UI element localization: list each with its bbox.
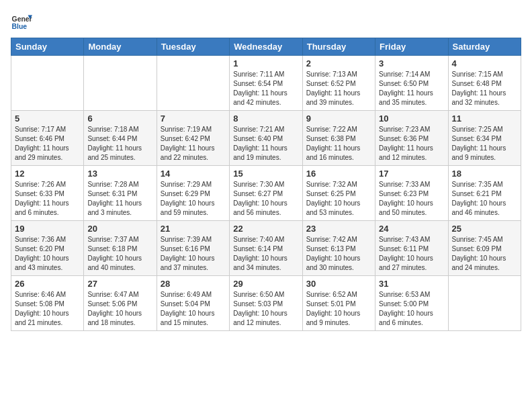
day-number: 14 <box>161 169 226 179</box>
weekday-header: Saturday <box>448 38 521 56</box>
day-number: 15 <box>233 169 298 179</box>
calendar-day-cell: 18Sunrise: 7:35 AM Sunset: 6:21 PM Dayli… <box>448 166 521 221</box>
day-info: Sunrise: 7:32 AM Sunset: 6:25 PM Dayligh… <box>306 180 371 218</box>
day-number: 22 <box>233 224 298 234</box>
day-number: 11 <box>452 113 517 124</box>
day-number: 24 <box>379 224 444 234</box>
day-number: 13 <box>87 169 152 179</box>
calendar-day-cell: 13Sunrise: 7:28 AM Sunset: 6:31 PM Dayli… <box>84 166 157 221</box>
day-number: 30 <box>306 279 371 289</box>
svg-text:Blue: Blue <box>12 23 28 30</box>
day-number: 21 <box>161 224 226 234</box>
day-number: 29 <box>233 279 298 289</box>
calendar-day-cell: 1Sunrise: 7:11 AM Sunset: 6:54 PM Daylig… <box>230 56 302 111</box>
day-number: 23 <box>306 224 371 234</box>
calendar-day-cell: 24Sunrise: 7:43 AM Sunset: 6:11 PM Dayli… <box>375 221 448 276</box>
day-number: 31 <box>379 279 444 289</box>
day-number: 2 <box>306 58 371 68</box>
day-number: 8 <box>233 113 298 124</box>
day-info: Sunrise: 7:39 AM Sunset: 6:16 PM Dayligh… <box>161 235 226 273</box>
calendar-table: SundayMondayTuesdayWednesdayThursdayFrid… <box>11 38 521 331</box>
calendar-day-cell <box>157 56 229 111</box>
day-info: Sunrise: 7:33 AM Sunset: 6:23 PM Dayligh… <box>379 180 444 218</box>
calendar-day-cell <box>448 276 521 331</box>
calendar-week-row: 26Sunrise: 6:46 AM Sunset: 5:08 PM Dayli… <box>11 276 521 331</box>
day-number: 7 <box>161 113 226 124</box>
calendar-day-cell: 11Sunrise: 7:25 AM Sunset: 6:34 PM Dayli… <box>448 111 521 166</box>
day-number: 26 <box>15 279 80 289</box>
day-info: Sunrise: 7:37 AM Sunset: 6:18 PM Dayligh… <box>87 235 152 273</box>
day-number: 28 <box>161 279 226 289</box>
day-info: Sunrise: 7:29 AM Sunset: 6:29 PM Dayligh… <box>161 180 226 218</box>
logo: General Blue <box>11 11 32 32</box>
day-info: Sunrise: 7:21 AM Sunset: 6:40 PM Dayligh… <box>233 125 298 163</box>
day-info: Sunrise: 7:11 AM Sunset: 6:54 PM Dayligh… <box>233 70 298 107</box>
calendar-week-row: 19Sunrise: 7:36 AM Sunset: 6:20 PM Dayli… <box>11 221 521 276</box>
calendar-day-cell: 8Sunrise: 7:21 AM Sunset: 6:40 PM Daylig… <box>230 111 302 166</box>
day-info: Sunrise: 7:17 AM Sunset: 6:46 PM Dayligh… <box>15 125 80 163</box>
day-number: 3 <box>379 58 444 68</box>
day-info: Sunrise: 7:26 AM Sunset: 6:33 PM Dayligh… <box>15 180 80 218</box>
logo-icon: General Blue <box>11 11 32 32</box>
day-info: Sunrise: 6:47 AM Sunset: 5:06 PM Dayligh… <box>87 290 152 328</box>
calendar-day-cell: 25Sunrise: 7:45 AM Sunset: 6:09 PM Dayli… <box>448 221 521 276</box>
day-number: 9 <box>306 113 371 124</box>
day-info: Sunrise: 6:46 AM Sunset: 5:08 PM Dayligh… <box>15 290 80 328</box>
calendar-day-cell: 4Sunrise: 7:15 AM Sunset: 6:48 PM Daylig… <box>448 56 521 111</box>
day-info: Sunrise: 6:50 AM Sunset: 5:03 PM Dayligh… <box>233 290 298 328</box>
calendar-day-cell: 17Sunrise: 7:33 AM Sunset: 6:23 PM Dayli… <box>375 166 448 221</box>
calendar-day-cell: 30Sunrise: 6:52 AM Sunset: 5:01 PM Dayli… <box>302 276 375 331</box>
calendar-day-cell: 5Sunrise: 7:17 AM Sunset: 6:46 PM Daylig… <box>11 111 84 166</box>
calendar-day-cell: 26Sunrise: 6:46 AM Sunset: 5:08 PM Dayli… <box>11 276 84 331</box>
page-header: General Blue <box>11 11 521 32</box>
day-number: 20 <box>87 224 152 234</box>
calendar-day-cell: 15Sunrise: 7:30 AM Sunset: 6:27 PM Dayli… <box>230 166 302 221</box>
day-number: 6 <box>87 113 152 124</box>
calendar-week-row: 5Sunrise: 7:17 AM Sunset: 6:46 PM Daylig… <box>11 111 521 166</box>
calendar-day-cell: 19Sunrise: 7:36 AM Sunset: 6:20 PM Dayli… <box>11 221 84 276</box>
day-info: Sunrise: 7:19 AM Sunset: 6:42 PM Dayligh… <box>161 125 226 163</box>
day-info: Sunrise: 6:49 AM Sunset: 5:04 PM Dayligh… <box>161 290 226 328</box>
day-number: 4 <box>452 58 517 68</box>
day-info: Sunrise: 7:15 AM Sunset: 6:48 PM Dayligh… <box>452 70 517 107</box>
calendar-day-cell: 22Sunrise: 7:40 AM Sunset: 6:14 PM Dayli… <box>230 221 302 276</box>
day-number: 27 <box>87 279 152 289</box>
weekday-header: Thursday <box>302 38 375 56</box>
day-number: 1 <box>233 58 298 68</box>
calendar-day-cell: 3Sunrise: 7:14 AM Sunset: 6:50 PM Daylig… <box>375 56 448 111</box>
day-number: 25 <box>452 224 517 234</box>
calendar-week-row: 12Sunrise: 7:26 AM Sunset: 6:33 PM Dayli… <box>11 166 521 221</box>
calendar-day-cell: 14Sunrise: 7:29 AM Sunset: 6:29 PM Dayli… <box>157 166 229 221</box>
day-info: Sunrise: 7:22 AM Sunset: 6:38 PM Dayligh… <box>306 125 371 163</box>
day-info: Sunrise: 6:53 AM Sunset: 5:00 PM Dayligh… <box>379 290 444 328</box>
day-info: Sunrise: 7:45 AM Sunset: 6:09 PM Dayligh… <box>452 235 517 273</box>
day-info: Sunrise: 7:14 AM Sunset: 6:50 PM Dayligh… <box>379 70 444 107</box>
calendar-week-row: 1Sunrise: 7:11 AM Sunset: 6:54 PM Daylig… <box>11 56 521 111</box>
calendar-day-cell: 10Sunrise: 7:23 AM Sunset: 6:36 PM Dayli… <box>375 111 448 166</box>
calendar-day-cell <box>11 56 84 111</box>
weekday-header: Wednesday <box>230 38 302 56</box>
day-number: 18 <box>452 169 517 179</box>
day-info: Sunrise: 7:40 AM Sunset: 6:14 PM Dayligh… <box>233 235 298 273</box>
calendar-day-cell: 27Sunrise: 6:47 AM Sunset: 5:06 PM Dayli… <box>84 276 157 331</box>
day-info: Sunrise: 6:52 AM Sunset: 5:01 PM Dayligh… <box>306 290 371 328</box>
calendar-day-cell: 20Sunrise: 7:37 AM Sunset: 6:18 PM Dayli… <box>84 221 157 276</box>
day-info: Sunrise: 7:23 AM Sunset: 6:36 PM Dayligh… <box>379 125 444 163</box>
calendar-day-cell: 23Sunrise: 7:42 AM Sunset: 6:13 PM Dayli… <box>302 221 375 276</box>
calendar-day-cell: 21Sunrise: 7:39 AM Sunset: 6:16 PM Dayli… <box>157 221 229 276</box>
day-info: Sunrise: 7:28 AM Sunset: 6:31 PM Dayligh… <box>87 180 152 218</box>
day-number: 12 <box>15 169 80 179</box>
calendar-day-cell: 28Sunrise: 6:49 AM Sunset: 5:04 PM Dayli… <box>157 276 229 331</box>
weekday-header: Monday <box>84 38 157 56</box>
day-number: 5 <box>15 113 80 124</box>
calendar-day-cell: 6Sunrise: 7:18 AM Sunset: 6:44 PM Daylig… <box>84 111 157 166</box>
day-info: Sunrise: 7:25 AM Sunset: 6:34 PM Dayligh… <box>452 125 517 163</box>
day-number: 16 <box>306 169 371 179</box>
calendar-day-cell: 12Sunrise: 7:26 AM Sunset: 6:33 PM Dayli… <box>11 166 84 221</box>
day-number: 17 <box>379 169 444 179</box>
calendar-day-cell: 9Sunrise: 7:22 AM Sunset: 6:38 PM Daylig… <box>302 111 375 166</box>
day-info: Sunrise: 7:36 AM Sunset: 6:20 PM Dayligh… <box>15 235 80 273</box>
calendar-day-cell: 29Sunrise: 6:50 AM Sunset: 5:03 PM Dayli… <box>230 276 302 331</box>
calendar-day-cell <box>84 56 157 111</box>
calendar-day-cell: 2Sunrise: 7:13 AM Sunset: 6:52 PM Daylig… <box>302 56 375 111</box>
